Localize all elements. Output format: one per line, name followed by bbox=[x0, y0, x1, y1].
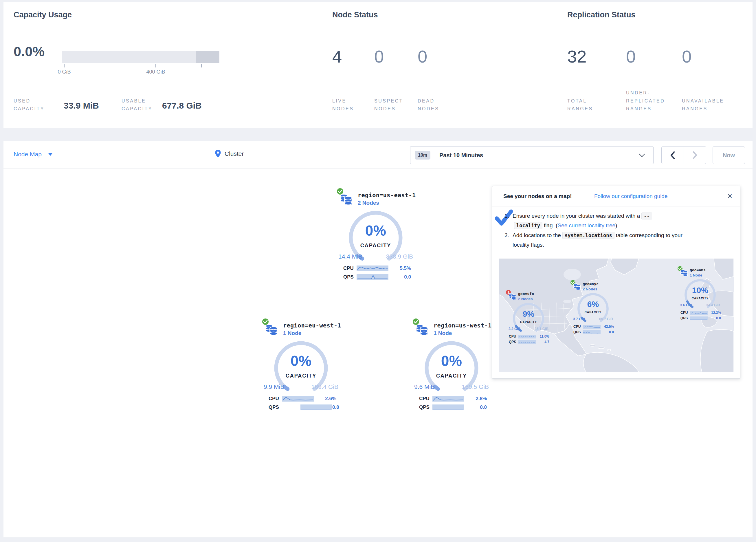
qps-label: QPS bbox=[269, 405, 300, 410]
qps-value: 0.0 bbox=[404, 274, 411, 280]
suspect-nodes-value: 0 bbox=[374, 48, 384, 65]
region-locality-label: region=us-west-1 bbox=[434, 322, 492, 329]
region-nodes-link[interactable]: 1 Node bbox=[283, 330, 301, 337]
qps-metric-row: QPS 0.0 bbox=[343, 274, 411, 280]
used-capacity: 9.6 MiB bbox=[414, 383, 435, 390]
capacity-gauge: 0% CAPACITY 9.6 MiB 169.5 GiB bbox=[424, 341, 479, 396]
nodes-stack-icon bbox=[265, 324, 278, 336]
qps-sparkline bbox=[518, 340, 536, 344]
under-replicated-ranges-value: 0 bbox=[626, 48, 636, 65]
nodes-stack-icon bbox=[573, 283, 581, 291]
locality-flag-code: -- bbox=[641, 212, 652, 219]
qps-value: 0.0 bbox=[480, 405, 487, 410]
cpu-metric-row: CPU 12.3% bbox=[680, 311, 721, 315]
capacity-bar bbox=[62, 51, 219, 63]
used-capacity: 3.6 GiB bbox=[680, 303, 692, 307]
now-button[interactable]: Now bbox=[713, 146, 745, 164]
node-map-page: Capacity Usage 0.0% 0 GiB 400 GiB USED C… bbox=[0, 0, 756, 542]
qps-sparkline bbox=[357, 274, 388, 280]
chevron-right-icon bbox=[692, 151, 698, 159]
system-locations-code: system.locations bbox=[562, 232, 614, 239]
capacity-axis-tick bbox=[110, 64, 110, 67]
cpu-value: 2.6% bbox=[325, 396, 336, 402]
capacity-axis-tick bbox=[155, 64, 156, 67]
region-nodes-link[interactable]: 2 Nodes bbox=[358, 200, 379, 206]
cpu-metric-row: CPU 2.8% bbox=[419, 396, 487, 402]
cpu-sparkline bbox=[583, 325, 601, 329]
capacity-caption: CAPACITY bbox=[348, 242, 403, 249]
qps-label: QPS bbox=[680, 316, 690, 320]
capacity-axis-tick bbox=[201, 64, 202, 67]
configuration-guide-link[interactable]: Follow our configuration guide bbox=[594, 193, 668, 199]
locality-tree-link[interactable]: See current locality tree bbox=[557, 222, 615, 228]
qps-value: 0.0 bbox=[716, 316, 721, 320]
qps-label: QPS bbox=[509, 340, 518, 344]
time-back-button[interactable] bbox=[662, 146, 684, 164]
used-capacity-label: USED CAPACITY bbox=[14, 97, 57, 113]
qps-sparkline bbox=[583, 330, 601, 334]
marker-nodes-link[interactable]: 2 Nodes bbox=[518, 297, 533, 301]
cpu-metric-row: CPU 11.0% bbox=[509, 335, 549, 339]
replication-status-title: Replication Status bbox=[567, 10, 636, 19]
cpu-sparkline bbox=[357, 265, 388, 271]
marker-locality-label: geo=nyc bbox=[583, 282, 599, 286]
close-icon[interactable]: ✕ bbox=[727, 192, 733, 200]
cpu-value: 12.3% bbox=[711, 311, 721, 315]
capacity-axis-tick bbox=[64, 64, 65, 67]
caret-down-icon bbox=[48, 153, 53, 156]
node-map-canvas: region=us-east-1 2 Nodes 0% CAPACITY 14.… bbox=[3, 169, 753, 537]
step-text: Add locations to the bbox=[513, 232, 561, 238]
used-capacity: 3.2 GiB bbox=[509, 327, 520, 331]
suspect-nodes-label: SUSPECT NODES bbox=[374, 97, 412, 113]
total-capacity: 169.4 GiB bbox=[311, 383, 338, 390]
capacity-percent-value: 9% bbox=[512, 310, 545, 319]
cpu-label: CPU bbox=[419, 396, 432, 402]
time-range-badge: 10m bbox=[415, 151, 430, 159]
time-forward-button[interactable] bbox=[684, 146, 706, 164]
region-locality-label: region=eu-west-1 bbox=[283, 322, 341, 329]
capacity-percent-value: 0% bbox=[348, 222, 403, 239]
used-capacity-value: 33.9 MiB bbox=[64, 101, 99, 111]
qps-value: 4.7 bbox=[544, 340, 549, 344]
cpu-label: CPU bbox=[509, 335, 518, 339]
toolbar-divider bbox=[396, 144, 396, 167]
setup-step-2: 2. Add locations to thesystem.locationst… bbox=[504, 230, 707, 250]
marker-nodes-link[interactable]: 2 Nodes bbox=[583, 287, 597, 291]
qps-label: QPS bbox=[343, 274, 357, 280]
under-replicated-ranges-label: UNDER-REPLICATED RANGES bbox=[626, 89, 678, 113]
node-map-config-popup: See your nodes on a map! Follow our conf… bbox=[492, 186, 740, 379]
chevron-down-icon bbox=[639, 153, 645, 157]
popup-title: See your nodes on a map! bbox=[503, 193, 572, 199]
usable-capacity-value: 677.8 GiB bbox=[162, 101, 202, 111]
used-capacity: 3.7 GiB bbox=[573, 317, 585, 321]
total-capacity: 34.4 GiB bbox=[706, 303, 720, 307]
region-nodes-link[interactable]: 1 Node bbox=[434, 330, 452, 337]
live-nodes-value: 4 bbox=[332, 48, 342, 65]
total-capacity: 65.7 GiB bbox=[599, 317, 613, 321]
step-text: flag. ( bbox=[544, 222, 558, 228]
time-range-dropdown[interactable]: 10m Past 10 Minutes bbox=[410, 146, 654, 164]
view-toolbar: Node Map Cluster 10m Past 10 Minutes bbox=[3, 141, 753, 169]
time-range-label: Past 10 Minutes bbox=[439, 152, 483, 159]
qps-metric-row: QPS 0.0 bbox=[269, 404, 336, 411]
capacity-percent: 0.0% bbox=[14, 43, 45, 59]
view-selector-dropdown[interactable]: Node Map bbox=[14, 151, 53, 158]
setup-step-1: 1. Ensure every node in your cluster was… bbox=[504, 211, 707, 230]
capacity-gauge: 9% CAPACITY 3.2 GiB 35.1 GiB bbox=[512, 302, 545, 335]
nodes-stack-icon bbox=[680, 269, 688, 277]
time-pager bbox=[661, 146, 706, 164]
dead-nodes-label: DEAD NODES bbox=[418, 97, 449, 113]
marker-locality-label: geo=sfo bbox=[518, 292, 534, 296]
used-capacity: 9.9 MiB bbox=[264, 383, 284, 390]
capacity-caption: CAPACITY bbox=[512, 321, 545, 324]
breadcrumb: Cluster bbox=[215, 149, 244, 158]
cpu-value: 5.5% bbox=[400, 265, 411, 271]
view-selector-label: Node Map bbox=[14, 151, 42, 158]
nodes-stack-icon bbox=[509, 293, 517, 300]
capacity-caption: CAPACITY bbox=[424, 373, 479, 379]
qps-label: QPS bbox=[573, 330, 583, 334]
marker-nodes-link[interactable]: 1 Node bbox=[690, 273, 702, 278]
capacity-usage-title: Capacity Usage bbox=[14, 10, 72, 19]
map-pin-icon bbox=[215, 149, 221, 158]
capacity-gauge: 0% CAPACITY 9.9 MiB 169.4 GiB bbox=[274, 341, 329, 396]
